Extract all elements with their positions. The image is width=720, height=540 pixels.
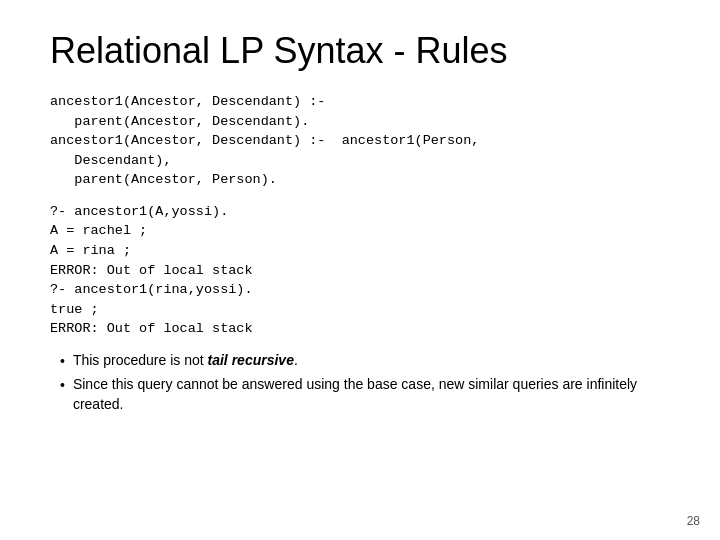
bullet-item-1: • This procedure is not tail recursive. [60,351,670,372]
bullet-dot-1: • [60,351,65,372]
bullet-text-1: This procedure is not tail recursive. [73,351,670,371]
bullet1-italic: tail recursive [208,352,294,368]
bullet1-suffix: . [294,352,298,368]
bullet-list: • This procedure is not tail recursive. … [50,351,670,415]
page-number: 28 [687,514,700,528]
bullet-dot-2: • [60,375,65,396]
bullet1-prefix: This procedure is not [73,352,208,368]
slide: Relational LP Syntax - Rules ancestor1(A… [0,0,720,540]
code-block-execution: ?- ancestor1(A,yossi). A = rachel ; A = … [50,202,670,339]
bullet-item-2: • Since this query cannot be answered us… [60,375,670,414]
bullet-text-2: Since this query cannot be answered usin… [73,375,670,414]
code-block-rules: ancestor1(Ancestor, Descendant) :- paren… [50,92,670,190]
slide-title: Relational LP Syntax - Rules [50,30,670,72]
